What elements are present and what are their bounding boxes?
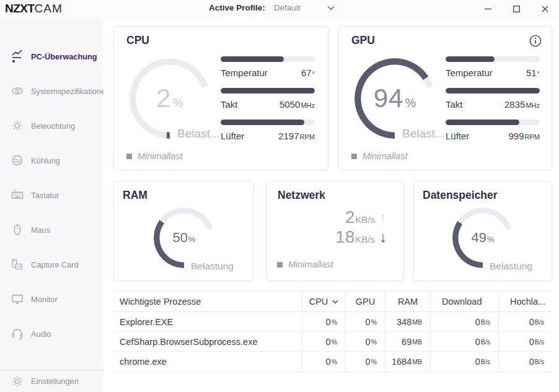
- header-cpu-sort[interactable]: CPU: [302, 292, 345, 311]
- metric-value: 67: [301, 68, 312, 78]
- storage-card: Datenspeicher 49% Belastung: [413, 181, 552, 281]
- sidebar-item-mouse[interactable]: Maus: [0, 217, 103, 242]
- gpu-fan-metric: Lüfter999RPM: [446, 120, 540, 142]
- cpu-fan-metric: Lüfter2197RPM: [221, 120, 315, 142]
- metric-label: Temperatur: [446, 68, 493, 78]
- metric-value: 2835: [504, 99, 525, 110]
- close-button[interactable]: [530, 0, 559, 18]
- sort-chevron-icon: [332, 300, 338, 304]
- metric-value: 2197: [278, 131, 299, 141]
- sidebar-item-pc-monitoring[interactable]: PC-Überwachung: [0, 44, 103, 69]
- nzxt-cam-logo: NZXTCAM: [5, 2, 63, 15]
- metric-label: Lüfter: [221, 131, 244, 141]
- process-table: Wichtigste Prozesse CPU GPU RAM Download…: [113, 291, 552, 372]
- sidebar-item-settings[interactable]: Einstellungen: [0, 370, 103, 392]
- sidebar-item-label: PC-Überwachung: [31, 52, 97, 61]
- process-name: chrome.exe: [113, 352, 302, 372]
- dashboard: CPU 2% Belast... Temperatur67° Takt5050M…: [103, 18, 559, 392]
- gpu-load-label: Belast...: [402, 127, 445, 141]
- ram-load-gauge: 50%: [154, 207, 214, 268]
- gpu-load-unit: %: [405, 96, 416, 110]
- sidebar-item-label: Tastatur: [31, 191, 59, 200]
- process-ram: 348MB: [385, 312, 430, 331]
- active-profile-dropdown[interactable]: Active Profile: Default: [209, 3, 335, 12]
- ram-card-title: RAM: [123, 189, 147, 202]
- cpu-status-text: Minimallast: [138, 151, 183, 161]
- network-rates: 2KB/s ↑ 18KB/s ↓: [335, 207, 391, 247]
- chevron-down-icon: [327, 6, 335, 11]
- topbar: NZXTCAM Active Profile: Default: [0, 0, 559, 18]
- upload-rate-unit: KB/s: [355, 214, 375, 225]
- sidebar-item-capture-card[interactable]: NZXT Capture Card: [0, 252, 103, 277]
- monitor-icon: [11, 291, 24, 307]
- storage-load-value: 49: [471, 230, 486, 246]
- settings-label: Einstellungen: [31, 377, 79, 386]
- metric-value: 5050: [280, 99, 300, 110]
- upload-rate-row: 2KB/s ↑: [335, 207, 391, 227]
- logo-cam: CAM: [35, 2, 63, 15]
- maximize-button[interactable]: [502, 0, 530, 18]
- capture-card-icon: NZXT: [11, 256, 24, 272]
- process-download: 0B/s: [430, 352, 498, 372]
- gpu-card: GPU 94% Belast... Temperatur51° Takt2835…: [338, 26, 552, 170]
- header-download[interactable]: Download: [430, 292, 498, 311]
- sidebar-item-cooling[interactable]: Kühlung: [0, 148, 103, 173]
- monitoring-chart-icon: [11, 48, 24, 64]
- process-name: CefSharp.BrowserSubprocess.exe: [113, 332, 302, 351]
- metric-label: Takt: [446, 99, 463, 110]
- metric-unit: RPM: [300, 133, 315, 141]
- metric-label: Temperatur: [221, 68, 268, 78]
- sidebar-item-label: Beleuchtung: [31, 121, 75, 131]
- gpu-temperature-bar: [446, 56, 495, 62]
- sidebar-item-keyboard[interactable]: Tastatur: [0, 183, 103, 207]
- header-processes[interactable]: Wichtigste Prozesse: [113, 292, 302, 311]
- process-download: 0B/s: [430, 312, 498, 331]
- nzxt-cam-window: NZXTCAM Active Profile: Default: [0, 0, 559, 392]
- gpu-clock-metric: Takt2835MHz: [446, 88, 540, 110]
- cpu-load-unit: %: [172, 96, 183, 110]
- active-profile-label: Active Profile:: [209, 3, 265, 12]
- status-bullet: [351, 154, 357, 159]
- download-rate-row: 18KB/s ↓: [335, 227, 391, 247]
- sidebar-item-audio[interactable]: Audio: [0, 321, 103, 346]
- info-icon[interactable]: [529, 35, 542, 47]
- sidebar-item-lighting[interactable]: Beleuchtung: [0, 113, 103, 138]
- network-status: Minimallast: [277, 259, 333, 269]
- metric-value: 999: [509, 131, 524, 141]
- cpu-temperature-metric: Temperatur67°: [221, 56, 315, 79]
- svg-text:NZXT: NZXT: [17, 266, 22, 268]
- sidebar-item-label: Kühlung: [31, 156, 60, 165]
- header-gpu[interactable]: GPU: [345, 292, 385, 311]
- sidebar-item-system-specs[interactable]: Systemspezifikationen: [0, 79, 103, 103]
- process-ram: 1684MB: [385, 352, 430, 372]
- gpu-status: Minimallast: [351, 151, 408, 161]
- metric-unit: °: [537, 70, 540, 77]
- active-profile-value: Default: [274, 3, 314, 12]
- header-ram[interactable]: RAM: [385, 292, 430, 311]
- cpu-card: CPU 2% Belast... Temperatur67° Takt5050M…: [113, 26, 328, 170]
- ram-load-value: 50: [172, 230, 187, 246]
- download-rate-value: 18: [335, 227, 354, 247]
- storage-card-title: Datenspeicher: [423, 189, 498, 202]
- cpu-card-title: CPU: [126, 34, 149, 47]
- window-controls: [473, 0, 559, 18]
- cpu-load-value: 2: [156, 84, 171, 113]
- eye-icon: [11, 83, 24, 99]
- minimize-button[interactable]: [473, 0, 502, 18]
- process-gpu: 0%: [345, 332, 385, 351]
- process-cpu: 0%: [302, 312, 345, 331]
- cpu-status: Minimallast: [126, 151, 183, 161]
- gpu-card-title: GPU: [351, 34, 375, 47]
- cpu-metrics: Temperatur67° Takt5050MHz Lüfter2197RPM: [221, 56, 315, 151]
- network-card-title: Netzwerk: [278, 189, 325, 202]
- metric-unit: RPM: [525, 133, 540, 141]
- ram-load-unit: %: [188, 235, 196, 244]
- process-upload: 0B/s: [498, 352, 552, 372]
- logo-nzxt: NZXT: [5, 2, 35, 15]
- ram-load-label: Belastung: [191, 261, 234, 272]
- header-upload[interactable]: Hochla...: [498, 292, 552, 311]
- table-row: Explorer.EXE 0% 0% 348MB 0B/s 0B/s: [113, 312, 552, 332]
- sidebar-item-monitor[interactable]: Monitor: [0, 287, 103, 311]
- process-cpu: 0%: [302, 352, 345, 372]
- gear-icon: [11, 375, 24, 388]
